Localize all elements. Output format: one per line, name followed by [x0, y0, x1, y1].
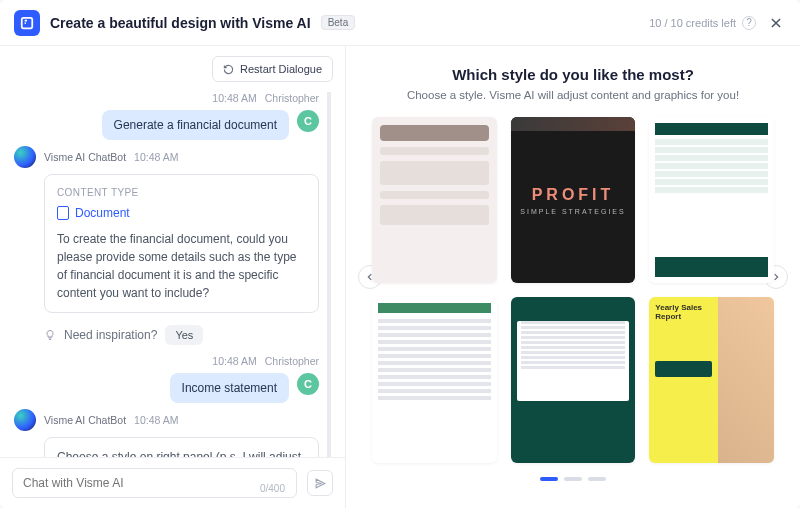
timestamp: 10:48 AM	[212, 355, 256, 367]
style-template-1[interactable]	[372, 117, 497, 283]
close-button[interactable]	[766, 13, 786, 33]
credits-remaining: 10 / 10 credits left ?	[649, 16, 756, 30]
inspiration-yes-button[interactable]: Yes	[165, 325, 203, 345]
thumb6-title: Yearly Sales Report	[655, 303, 702, 321]
beta-badge: Beta	[321, 15, 356, 30]
carousel-dot-1[interactable]	[540, 477, 558, 481]
content-type-chip[interactable]: Document	[57, 204, 306, 222]
style-grid: PROFIT SIMPLE STRATEGIES Yearly Sales Re…	[372, 117, 774, 463]
restart-label: Restart Dialogue	[240, 63, 322, 75]
chat-input-bar: 0/400	[0, 457, 345, 508]
message-meta: 10:48 AM Christopher	[14, 355, 319, 367]
lightbulb-icon	[44, 329, 56, 341]
sender-name: Visme AI ChatBot	[44, 414, 126, 426]
style-template-2[interactable]: PROFIT SIMPLE STRATEGIES	[511, 117, 636, 283]
user-avatar: C	[297, 110, 319, 132]
chat-input[interactable]	[12, 468, 297, 498]
document-icon	[57, 206, 69, 220]
bot-avatar	[14, 146, 36, 168]
bot-message-text: To create the financial document, could …	[57, 230, 306, 302]
char-counter: 0/400	[260, 483, 285, 494]
inspiration-prompt: Need inspiration? Yes	[44, 325, 319, 345]
modal-title: Create a beautiful design with Visme AI	[50, 15, 311, 31]
chat-toolbar: Restart Dialogue	[0, 46, 345, 88]
thumb2-sub: SIMPLE STRATEGIES	[520, 208, 625, 215]
visme-logo-icon	[14, 10, 40, 36]
modal-body: Restart Dialogue 10:48 AM Christopher Ge…	[0, 46, 800, 508]
sender-name: Christopher	[265, 355, 319, 367]
style-picker-title: Which style do you like the most?	[372, 66, 774, 83]
timestamp: 10:48 AM	[212, 92, 256, 104]
refresh-icon	[223, 64, 234, 75]
carousel-dots	[372, 477, 774, 481]
bot-header-row: Visme AI ChatBot 10:48 AM	[14, 409, 319, 431]
help-icon[interactable]: ?	[742, 16, 756, 30]
content-type-label: CONTENT TYPE	[57, 185, 306, 200]
bot-avatar	[14, 409, 36, 431]
ai-design-modal: Create a beautiful design with Visme AI …	[0, 0, 800, 508]
carousel-dot-2[interactable]	[564, 477, 582, 481]
style-picker-panel: Which style do you like the most? Choose…	[346, 46, 800, 508]
inspiration-text: Need inspiration?	[64, 328, 157, 342]
bot-message-card: CONTENT TYPE Document To create the fina…	[44, 174, 319, 313]
user-message: Generate a financial document	[102, 110, 289, 140]
style-picker-subtitle: Choose a style. Visme AI will adjust con…	[372, 89, 774, 101]
user-message-row: Income statement C	[14, 373, 319, 403]
user-message: Income statement	[170, 373, 289, 403]
credits-text: 10 / 10 credits left	[649, 17, 736, 29]
timestamp: 10:48 AM	[134, 414, 178, 426]
send-button[interactable]	[307, 470, 333, 496]
style-template-3[interactable]	[649, 117, 774, 283]
chat-scroll[interactable]: 10:48 AM Christopher Generate a financia…	[0, 88, 345, 457]
style-template-5[interactable]	[511, 297, 636, 463]
user-avatar: C	[297, 373, 319, 395]
thumb2-title: PROFIT	[532, 186, 615, 204]
sender-name: Visme AI ChatBot	[44, 151, 126, 163]
user-message-row: Generate a financial document C	[14, 110, 319, 140]
svg-rect-0	[22, 17, 33, 28]
send-icon	[314, 477, 327, 490]
bot-message: Choose a style on right panel (p.s. I wi…	[44, 437, 319, 457]
style-template-6[interactable]: Yearly Sales Report	[649, 297, 774, 463]
chat-panel: Restart Dialogue 10:48 AM Christopher Ge…	[0, 46, 346, 508]
restart-dialogue-button[interactable]: Restart Dialogue	[212, 56, 333, 82]
sender-name: Christopher	[265, 92, 319, 104]
content-type-value: Document	[75, 204, 130, 222]
style-template-4[interactable]	[372, 297, 497, 463]
timestamp: 10:48 AM	[134, 151, 178, 163]
carousel-dot-3[interactable]	[588, 477, 606, 481]
modal-header: Create a beautiful design with Visme AI …	[0, 0, 800, 46]
message-meta: 10:48 AM Christopher	[14, 92, 319, 104]
bot-header-row: Visme AI ChatBot 10:48 AM	[14, 146, 319, 168]
